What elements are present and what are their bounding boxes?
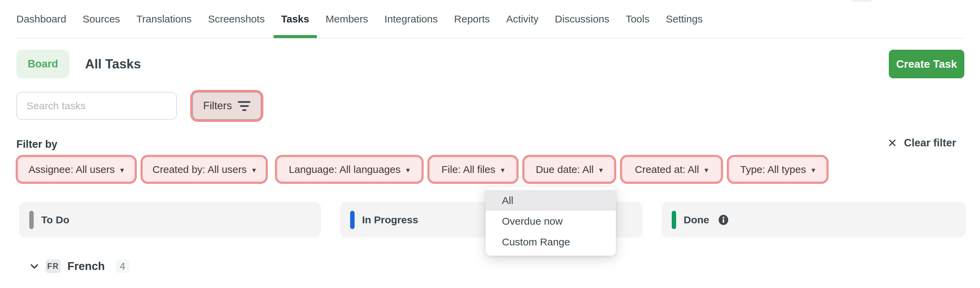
filter-chip-due-date-label: Due date: All (536, 164, 593, 175)
nav-tab-tasks[interactable]: Tasks (281, 0, 309, 38)
column-label: In Progress (362, 214, 418, 226)
menu-item-all[interactable]: All (485, 190, 616, 211)
filter-chip-file-label: File: All files (441, 164, 495, 175)
language-name: French (67, 260, 105, 273)
nav-tab-sources[interactable]: Sources (83, 0, 120, 38)
filters-button[interactable]: Filters (192, 92, 261, 120)
nav-tab-translations[interactable]: Translations (137, 0, 192, 38)
menu-item-overdue-now[interactable]: Overdue now (485, 211, 616, 231)
filter-by-label: Filter by (16, 138, 57, 151)
filters-button-label: Filters (203, 100, 232, 112)
status-pill-in-progress (350, 211, 355, 229)
filter-chip-assignee[interactable]: Assignee: All users ▾ (18, 157, 135, 182)
page-title: All Tasks (85, 50, 141, 78)
active-tab-underline (274, 35, 317, 38)
caret-down-icon: ▾ (120, 166, 124, 175)
filter-chip-language-label: Language: All languages (289, 164, 401, 175)
close-icon: ✕ (888, 137, 897, 149)
due-date-dropdown-menu: All Overdue now Custom Range (485, 186, 616, 256)
filter-chip-created-by-label: Created by: All users (153, 164, 247, 175)
language-group-row: FR French 4 (29, 259, 129, 273)
nav-tab-activity[interactable]: Activity (506, 0, 539, 38)
filter-chip-language[interactable]: Language: All languages ▾ (277, 157, 422, 182)
filter-chip-file[interactable]: File: All files ▾ (429, 157, 517, 182)
nav-tab-dashboard[interactable]: Dashboard (16, 0, 66, 38)
caret-down-icon: ▾ (705, 166, 708, 175)
filter-chip-created-by[interactable]: Created by: All users ▾ (142, 157, 266, 182)
clear-filter-button[interactable]: ✕ Clear filter (888, 137, 956, 149)
nav-tab-settings[interactable]: Settings (666, 0, 703, 38)
caret-down-icon: ▾ (599, 166, 603, 175)
clear-filter-label: Clear filter (904, 137, 956, 149)
nav-tab-screenshots[interactable]: Screenshots (208, 0, 265, 38)
nav-tab-members[interactable]: Members (326, 0, 368, 38)
caret-down-icon: ▾ (811, 166, 815, 175)
filter-chip-created-at-label: Created at: All (635, 164, 699, 175)
board-view-button[interactable]: Board (16, 50, 69, 78)
nav-tab-reports[interactable]: Reports (454, 0, 490, 38)
create-task-button[interactable]: Create Task (889, 50, 964, 78)
status-pill-done (672, 211, 676, 229)
filter-chip-type-label: Type: All types (740, 164, 806, 175)
tasks-page: Dashboard Sources Translations Screensho… (0, 0, 980, 288)
filter-chip-due-date[interactable]: Due date: All ▾ (524, 157, 614, 182)
column-label: Done (684, 214, 709, 226)
search-tasks-input[interactable] (16, 92, 177, 120)
caret-down-icon: ▾ (406, 166, 410, 175)
filter-lines-icon (238, 101, 250, 111)
column-header-to-do: To Do (19, 202, 321, 238)
nav-tab-tasks-label: Tasks (281, 13, 309, 24)
column-header-done: Done (662, 202, 966, 238)
nav-tab-integrations[interactable]: Integrations (385, 0, 438, 38)
filter-chip-type[interactable]: Type: All types ▾ (729, 157, 827, 182)
info-icon[interactable] (718, 215, 729, 225)
chevron-down-icon[interactable] (29, 261, 40, 272)
nav-tab-discussions[interactable]: Discussions (555, 0, 609, 38)
menu-item-custom-range[interactable]: Custom Range (485, 231, 616, 252)
nav-tab-tools[interactable]: Tools (626, 0, 649, 38)
column-label: To Do (41, 214, 69, 226)
caret-down-icon: ▾ (501, 166, 504, 175)
status-pill-todo (29, 211, 34, 229)
language-code-badge: FR (46, 259, 60, 273)
project-nav: Dashboard Sources Translations Screensho… (16, 0, 964, 38)
language-task-count-badge: 4 (116, 259, 129, 273)
filter-chip-assignee-label: Assignee: All users (29, 164, 115, 175)
filter-chip-created-at[interactable]: Created at: All ▾ (622, 157, 721, 182)
caret-down-icon: ▾ (252, 166, 256, 175)
